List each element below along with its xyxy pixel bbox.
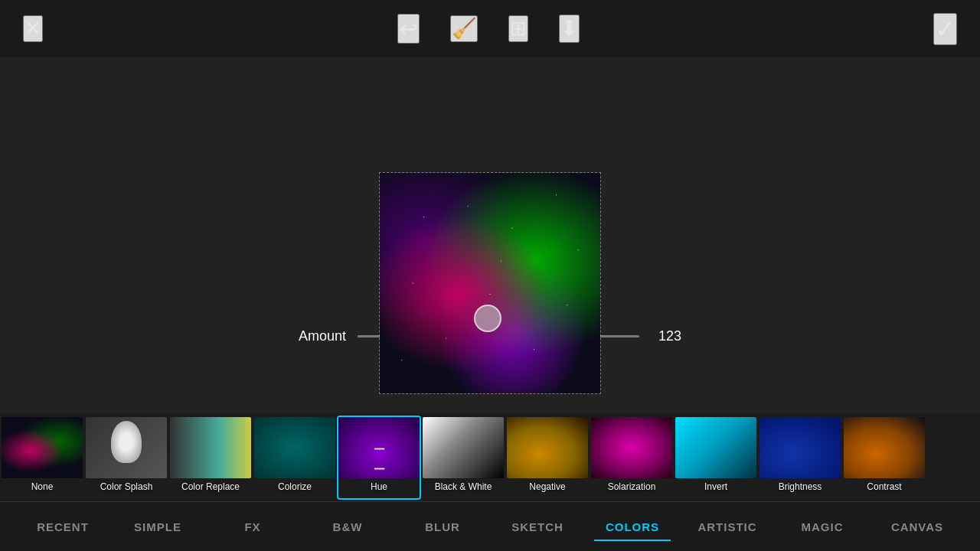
filter-thumb-none <box>2 417 83 478</box>
eraser-button[interactable]: 🧹 <box>450 15 478 42</box>
confirm-button[interactable]: ✓ <box>933 13 957 45</box>
filter-thumb-negative <box>507 417 588 478</box>
filter-item-colorize[interactable]: Colorize <box>253 416 337 500</box>
filter-item-black-white[interactable]: Black & White <box>421 416 505 500</box>
filter-name-colorize: Colorize <box>278 481 312 492</box>
filter-list: NoneColor SplashColor ReplaceColorize⎯⎯⎯… <box>0 416 926 500</box>
nav-item-colors[interactable]: COLORS <box>585 513 680 541</box>
filter-name-invert: Invert <box>704 481 727 492</box>
filter-thumb-black-white <box>423 417 504 478</box>
nav-item-canvas[interactable]: CANVAS <box>870 513 965 541</box>
close-button[interactable]: ✕ <box>23 15 43 42</box>
main-canvas-area: Amount 123 <box>0 57 980 413</box>
filter-thumb-color-replace <box>170 417 251 478</box>
color-picker-handle[interactable] <box>474 305 501 332</box>
nav-item-blur[interactable]: BLUR <box>395 513 490 541</box>
download-button[interactable]: ⬇ <box>559 15 580 43</box>
filter-item-color-splash[interactable]: Color Splash <box>84 416 168 500</box>
nav-item-simple[interactable]: SIMPLE <box>110 513 205 541</box>
canvas-image[interactable] <box>379 172 601 394</box>
filter-name-negative: Negative <box>529 481 565 492</box>
filter-thumb-brightness <box>760 417 841 478</box>
canvas-container <box>379 172 601 394</box>
filter-item-none[interactable]: None <box>0 416 84 500</box>
nav-item-recent[interactable]: RECENT <box>15 513 110 541</box>
amount-label: Amount <box>299 328 346 344</box>
amount-value: 123 <box>651 328 681 344</box>
filter-thumb-solarization <box>591 417 672 478</box>
filter-thumb-hue: ⎯⎯⎯ <box>338 417 420 478</box>
filter-name-brightness: Brightness <box>779 481 822 492</box>
filter-name-color-splash: Color Splash <box>100 481 153 492</box>
filter-item-brightness[interactable]: Brightness <box>758 416 842 500</box>
filter-thumb-color-splash <box>86 417 167 478</box>
filter-item-color-replace[interactable]: Color Replace <box>168 416 253 500</box>
hue-settings-icon: ⎯⎯⎯ <box>374 431 384 478</box>
nav-item-fx[interactable]: FX <box>205 513 300 541</box>
nav-item-sketch[interactable]: SKETCH <box>490 513 585 541</box>
filter-name-none: None <box>31 481 54 492</box>
filter-thumb-invert <box>675 417 756 478</box>
filter-name-contrast: Contrast <box>867 481 901 492</box>
filter-thumb-colorize <box>254 417 335 478</box>
nav-item-artistic[interactable]: ARTISTIC <box>680 513 775 541</box>
filter-name-black-white: Black & White <box>435 481 492 492</box>
nav-item-bw[interactable]: B&W <box>300 513 395 541</box>
toolbar-center: ↩ 🧹 ⊞ ⬇ <box>397 14 580 44</box>
filter-item-negative[interactable]: Negative <box>505 416 590 500</box>
filter-name-color-replace: Color Replace <box>181 481 240 492</box>
filter-item-contrast[interactable]: Contrast <box>842 416 926 500</box>
filter-name-solarization: Solarization <box>608 481 656 492</box>
filter-item-solarization[interactable]: Solarization <box>590 416 674 500</box>
top-toolbar: ✕ ↩ 🧹 ⊞ ⬇ ✓ <box>0 0 980 57</box>
filter-name-hue: Hue <box>371 481 387 492</box>
filter-strip: NoneColor SplashColor ReplaceColorize⎯⎯⎯… <box>0 413 980 501</box>
bottom-nav: RECENTSIMPLEFXB&WBLURSKETCHCOLORSARTISTI… <box>0 501 980 551</box>
nav-item-magic[interactable]: MAGIC <box>775 513 870 541</box>
filter-item-hue[interactable]: ⎯⎯⎯Hue <box>337 416 421 500</box>
undo-button[interactable]: ↩ <box>397 14 420 44</box>
galaxy-background <box>380 173 600 393</box>
filter-thumb-contrast <box>844 417 925 478</box>
filter-item-invert[interactable]: Invert <box>674 416 758 500</box>
layers-button[interactable]: ⊞ <box>508 15 528 42</box>
